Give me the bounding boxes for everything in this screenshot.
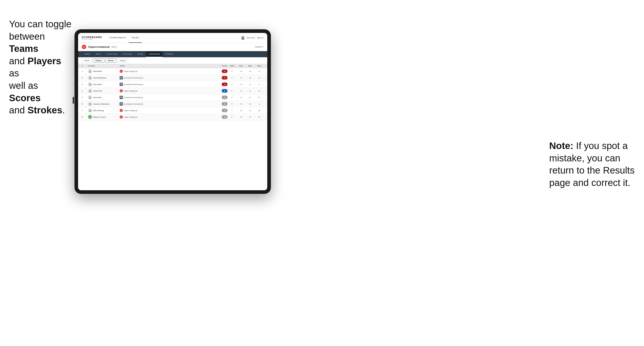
cell-total: +8 (214, 109, 228, 112)
cell-player: Cameron Robertson (88, 102, 120, 106)
nav-link-tournaments[interactable]: TOURNAMENTS (106, 33, 129, 43)
tab-details[interactable]: Details (82, 51, 92, 57)
player-name: Marcus Turners (93, 116, 106, 118)
annotation-bold-teams: Teams (9, 43, 38, 54)
cell-total: -2 (214, 82, 228, 86)
cell-rd1: +2 (236, 110, 246, 112)
cell-player: Blair McHarg (88, 108, 120, 113)
th-rank: # (82, 65, 88, 67)
left-annotation: You can toggle between Teams and Players… (9, 18, 72, 117)
cell-rd1: -5 (236, 77, 246, 79)
table-row[interactable]: 7 Blair McHarg C Clippd College [A] +8 F… (78, 107, 267, 114)
annotation-bold-players: Players (28, 56, 61, 66)
team-logo-clippd: C (120, 109, 123, 112)
right-annotation: Note: If you spot a mistake, you can ret… (549, 140, 635, 189)
svg-point-11 (90, 90, 90, 91)
table-row[interactable]: 5 Rees Britt Scoreboard University [A] +… (78, 94, 267, 101)
cell-rd3: +3 (254, 90, 264, 92)
cell-player: David Ford (88, 89, 120, 93)
cell-rank: 8 (82, 116, 88, 118)
cell-rd1: +3 (236, 70, 246, 72)
cell-rd2: +2 (246, 103, 254, 105)
th-rd3: RD3 (254, 65, 264, 67)
cell-rd2: -4 (246, 90, 254, 92)
cell-rd3: E (254, 96, 264, 99)
svg-rect-6 (120, 78, 122, 78)
annotation-line1: You can toggle (9, 19, 71, 29)
svg-rect-9 (120, 84, 122, 84)
tournament-gender: (Men) (111, 46, 117, 48)
svg-rect-4 (120, 77, 122, 77)
cell-rd1: +5 (236, 103, 246, 105)
cell-total: -8 (214, 69, 228, 73)
svg-point-7 (90, 83, 90, 84)
tab-results[interactable]: Results (134, 51, 146, 57)
annotation-line3: and Players as (9, 56, 61, 79)
cell-team: Scoreboard University [A] (120, 76, 214, 79)
cancel-button[interactable]: Cancel ✕ (255, 46, 264, 48)
cell-rd1: +1 (236, 96, 246, 99)
score-badge: +11 (222, 115, 228, 119)
cell-thru: F (228, 83, 236, 85)
cell-player: Rees Britt (88, 95, 120, 99)
cell-player: Marcus Turners (88, 115, 120, 119)
toggle-scores[interactable]: Scores (105, 59, 116, 62)
annotation-bold-scores: Scores (9, 93, 41, 103)
cell-rd3: -1 (254, 83, 264, 85)
tablet-frame: SCOREBOARD Powered by clippd TOURNAMENTS… (74, 29, 271, 194)
team-logo-clippd: C (120, 115, 123, 119)
player-name: Rees Britt (93, 96, 101, 99)
sign-out-link[interactable]: Sign out (257, 37, 264, 39)
team-logo-sb (120, 83, 123, 86)
cell-player: Rich Butler (88, 82, 120, 86)
tab-leaderboards[interactable]: Leaderboards (146, 51, 162, 57)
cell-rd2: +7 (246, 116, 254, 118)
player-avatar (88, 76, 92, 80)
player-name: David Ford (93, 90, 102, 92)
svg-point-20 (90, 109, 90, 110)
table-row[interactable]: 1 Elliot Ebert C Clippd College [A] -8 F… (78, 68, 267, 75)
cell-total: -4 (214, 76, 228, 80)
svg-point-3 (90, 77, 90, 78)
tab-printables[interactable]: Printables (162, 51, 176, 57)
cell-total: +1 (214, 96, 228, 99)
toggle-players[interactable]: Players (93, 59, 104, 62)
player-name: Cameron Robertson (93, 103, 110, 105)
svg-point-1 (242, 36, 244, 38)
svg-point-2 (90, 70, 90, 71)
toggle-bar: Teams Players Scores Strokes (78, 57, 267, 64)
team-logo-clippd: C (120, 89, 123, 92)
team-name: Clippd College [A] (124, 70, 137, 72)
user-avatar (241, 36, 245, 40)
score-badge: -4 (222, 76, 228, 80)
team-logo-sb (120, 102, 123, 106)
team-name: Scoreboard University [A] (124, 103, 143, 105)
nav-right: Test User | Sign out (241, 36, 264, 40)
player-avatar (88, 69, 92, 73)
table-row[interactable]: 6 Cameron Robertson Scoreboard Universit… (78, 101, 267, 107)
tab-teams[interactable]: Teams (92, 51, 104, 57)
tournament-logo: C (82, 45, 86, 49)
table-row[interactable]: 4 David Ford C Clippd College [A] E F +1… (78, 88, 267, 94)
table-row[interactable]: 3 Rich Butler Scoreboard University [A] … (78, 81, 267, 88)
toggle-strokes[interactable]: Strokes (117, 59, 128, 62)
cell-rank: 5 (82, 96, 88, 99)
cell-rank: 1 (82, 70, 88, 72)
toggle-teams[interactable]: Teams (82, 59, 92, 62)
cell-team: Scoreboard University [A] (120, 102, 214, 106)
tournament-title-row: C Clippd Invitational (Men) (82, 45, 117, 49)
table-row[interactable]: 2 Chris Robertson Scoreboard University … (78, 75, 267, 81)
table-row[interactable]: 8 Marcus Turners C Clippd College [A] +1… (78, 114, 267, 120)
score-badge: -2 (222, 82, 228, 86)
cell-rank: 7 (82, 110, 88, 112)
tournament-header: C Clippd Invitational (Men) Cancel ✕ (78, 43, 267, 51)
cell-rd2: E (246, 96, 254, 99)
nav-link-teams[interactable]: TEAMS (129, 33, 142, 43)
tab-course-setup[interactable]: Course Setup (104, 51, 120, 57)
cell-rd1: +1 (236, 90, 246, 92)
cell-rd3: -4 (254, 77, 264, 79)
player-avatar (88, 89, 92, 93)
tab-tee-groups[interactable]: Tee Groups (120, 51, 134, 57)
player-avatar (88, 102, 92, 106)
svg-rect-19 (120, 104, 122, 105)
